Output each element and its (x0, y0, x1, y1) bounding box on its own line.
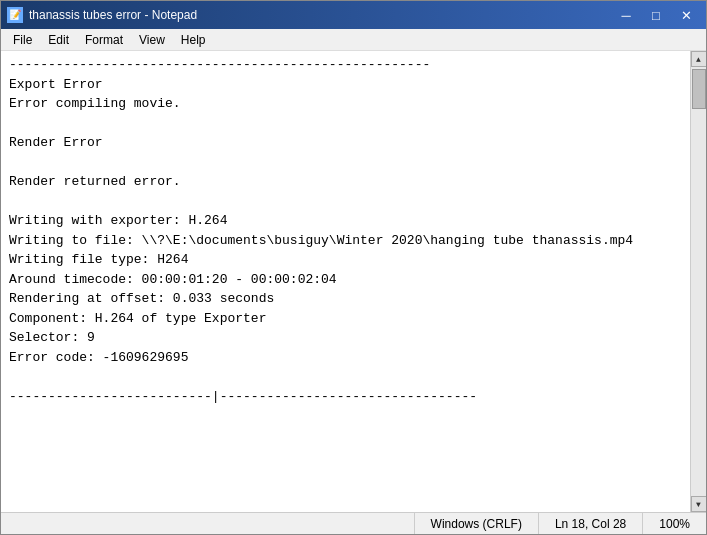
line-col-status: Ln 18, Col 28 (538, 513, 642, 534)
close-button[interactable]: ✕ (672, 5, 700, 25)
title-buttons: ─ □ ✕ (612, 5, 700, 25)
title-bar: 📝 thanassis tubes error - Notepad ─ □ ✕ (1, 1, 706, 29)
status-bar: Windows (CRLF) Ln 18, Col 28 100% (1, 512, 706, 534)
text-editor[interactable] (1, 51, 690, 512)
zoom-status: 100% (642, 513, 706, 534)
menu-help[interactable]: Help (173, 31, 214, 49)
title-bar-left: 📝 thanassis tubes error - Notepad (7, 7, 197, 23)
scroll-down-arrow[interactable]: ▼ (691, 496, 707, 512)
scroll-up-arrow[interactable]: ▲ (691, 51, 707, 67)
menu-view[interactable]: View (131, 31, 173, 49)
encoding-status: Windows (CRLF) (414, 513, 538, 534)
menu-file[interactable]: File (5, 31, 40, 49)
editor-area: ▲ ▼ (1, 51, 706, 512)
scroll-thumb[interactable] (692, 69, 706, 109)
maximize-button[interactable]: □ (642, 5, 670, 25)
window-title: thanassis tubes error - Notepad (29, 8, 197, 22)
menu-format[interactable]: Format (77, 31, 131, 49)
app-icon: 📝 (7, 7, 23, 23)
vertical-scrollbar[interactable]: ▲ ▼ (690, 51, 706, 512)
menu-bar: File Edit Format View Help (1, 29, 706, 51)
minimize-button[interactable]: ─ (612, 5, 640, 25)
scroll-track[interactable] (691, 67, 706, 496)
menu-edit[interactable]: Edit (40, 31, 77, 49)
notepad-window: 📝 thanassis tubes error - Notepad ─ □ ✕ … (0, 0, 707, 535)
